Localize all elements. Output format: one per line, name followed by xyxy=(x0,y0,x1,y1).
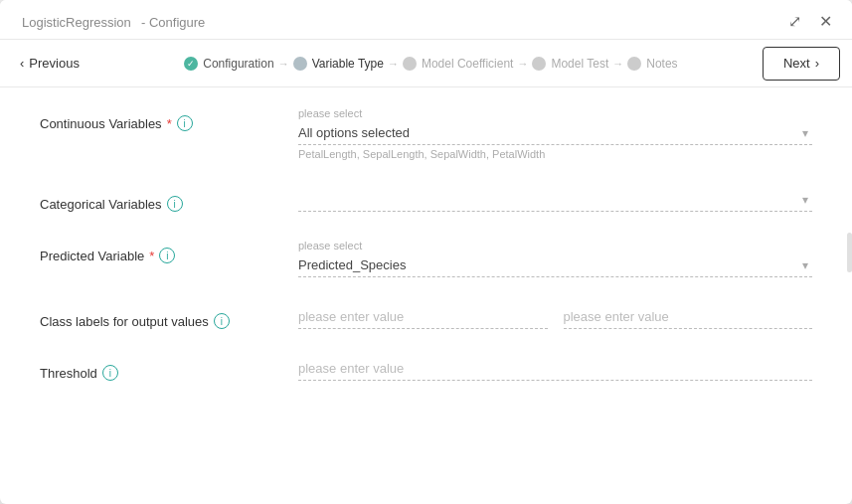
continuous-variables-placeholder: please select xyxy=(298,107,812,119)
step-dot-model-test xyxy=(532,57,546,71)
title-text: LogisticRegression xyxy=(22,15,131,30)
predicted-variable-select-wrapper: Predicted_Species ▾ xyxy=(298,253,812,277)
continuous-variables-info-icon[interactable]: i xyxy=(177,115,193,131)
predicted-variable-select[interactable]: Predicted_Species xyxy=(298,253,812,277)
modal-title: LogisticRegression - Configure xyxy=(16,13,205,30)
modal-header: LogisticRegression - Configure ⤢ ✕ xyxy=(0,0,852,40)
next-button[interactable]: Next › xyxy=(763,47,840,81)
next-chevron-icon: › xyxy=(815,56,819,71)
threshold-label: Threshold i xyxy=(40,357,298,381)
resize-button[interactable]: ⤢ xyxy=(784,10,805,33)
predicted-variable-placeholder: please select xyxy=(298,240,812,252)
modal-dialog: LogisticRegression - Configure ⤢ ✕ ‹ Pre… xyxy=(0,0,852,504)
continuous-variables-select[interactable]: All options selected xyxy=(298,121,812,145)
continuous-variables-select-wrapper: All options selected ▾ xyxy=(298,121,812,145)
class-labels-field xyxy=(298,305,812,329)
subtitle-text: - Configure xyxy=(141,15,205,30)
resize-handle[interactable] xyxy=(847,233,852,272)
step-label-notes: Notes xyxy=(646,57,677,71)
previous-button[interactable]: ‹ Previous xyxy=(0,40,99,86)
next-label: Next xyxy=(783,56,810,71)
step-label-model-coefficient: Model Coefficient xyxy=(422,57,514,71)
wizard-nav: ‹ Previous Configuration → Variable Type… xyxy=(0,40,852,87)
arrow-sep-2: → xyxy=(388,58,399,70)
continuous-variables-text: Continuous Variables xyxy=(40,116,162,131)
header-icons: ⤢ ✕ xyxy=(784,10,836,33)
arrow-sep-3: → xyxy=(517,58,528,70)
class-labels-input-1[interactable] xyxy=(298,305,548,329)
wizard-step-notes[interactable]: Notes xyxy=(627,57,677,71)
arrow-sep-4: → xyxy=(612,58,623,70)
predicted-variable-label: Predicted Variable * i xyxy=(40,240,298,263)
step-dot-configuration xyxy=(184,57,198,71)
class-labels-text: Class labels for output values xyxy=(40,314,209,329)
wizard-step-configuration[interactable]: Configuration xyxy=(184,57,273,71)
threshold-field xyxy=(298,357,812,381)
predicted-variable-info-icon[interactable]: i xyxy=(159,248,175,263)
close-button[interactable]: ✕ xyxy=(815,10,836,33)
continuous-variables-label: Continuous Variables * i xyxy=(40,107,298,131)
class-labels-info-icon[interactable]: i xyxy=(214,313,230,329)
class-labels-input-2[interactable] xyxy=(564,305,813,329)
wizard-steps: Configuration → Variable Type → Model Co… xyxy=(99,57,763,71)
prev-chevron-icon: ‹ xyxy=(20,56,24,71)
categorical-variables-select-wrapper: ▾ xyxy=(298,188,812,212)
wizard-step-model-test[interactable]: Model Test xyxy=(532,57,608,71)
step-dot-model-coefficient xyxy=(403,57,417,71)
step-label-configuration: Configuration xyxy=(203,57,273,71)
predicted-variable-field: please select Predicted_Species ▾ xyxy=(298,240,812,277)
continuous-variables-row: Continuous Variables * i please select A… xyxy=(40,107,812,160)
categorical-variables-field: ▾ xyxy=(298,188,812,212)
class-labels-label: Class labels for output values i xyxy=(40,305,298,329)
class-labels-row: Class labels for output values i xyxy=(40,305,812,329)
step-dot-notes xyxy=(627,57,641,71)
categorical-variables-select[interactable] xyxy=(298,188,812,212)
form-body: Continuous Variables * i please select A… xyxy=(0,87,852,504)
predicted-variable-text: Predicted Variable xyxy=(40,249,144,263)
predicted-variable-required: * xyxy=(149,249,154,263)
threshold-info-icon[interactable]: i xyxy=(102,365,118,381)
threshold-row: Threshold i xyxy=(40,357,812,381)
prev-label: Previous xyxy=(29,56,80,71)
step-dot-variable-type xyxy=(293,57,307,71)
arrow-sep-1: → xyxy=(278,58,289,70)
continuous-variables-field: please select All options selected ▾ Pet… xyxy=(298,107,812,160)
wizard-step-variable-type[interactable]: Variable Type xyxy=(293,57,384,71)
categorical-variables-row: Categorical Variables i ▾ xyxy=(40,188,812,212)
step-label-variable-type: Variable Type xyxy=(312,57,384,71)
categorical-variables-label: Categorical Variables i xyxy=(40,188,298,212)
step-label-model-test: Model Test xyxy=(551,57,608,71)
continuous-variables-hint: PetalLength, SepalLength, SepalWidth, Pe… xyxy=(298,148,812,160)
class-labels-inputs xyxy=(298,305,812,329)
categorical-variables-info-icon[interactable]: i xyxy=(167,196,183,212)
threshold-input[interactable] xyxy=(298,357,812,381)
categorical-variables-text: Categorical Variables xyxy=(40,197,162,212)
wizard-step-model-coefficient[interactable]: Model Coefficient xyxy=(403,57,514,71)
threshold-text: Threshold xyxy=(40,366,97,381)
predicted-variable-row: Predicted Variable * i please select Pre… xyxy=(40,240,812,277)
continuous-variables-required: * xyxy=(167,116,172,131)
